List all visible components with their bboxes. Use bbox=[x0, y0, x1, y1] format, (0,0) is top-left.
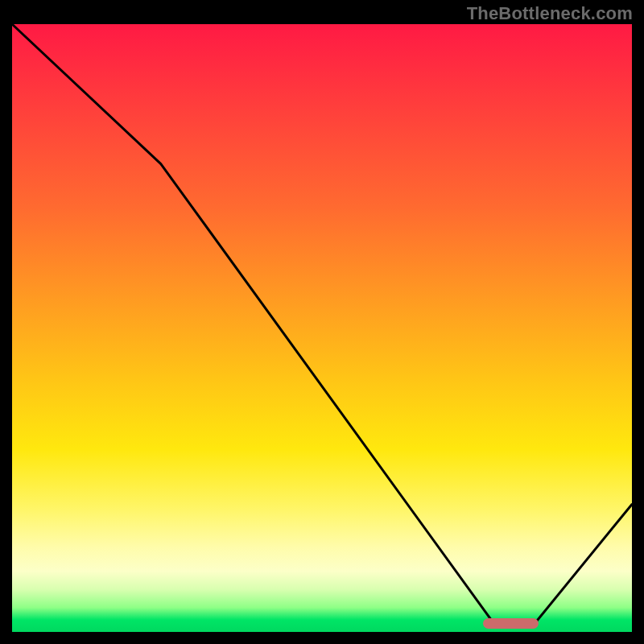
optimal-range-marker bbox=[483, 618, 539, 629]
bottleneck-curve bbox=[12, 24, 632, 632]
watermark-text: TheBottleneck.com bbox=[467, 3, 633, 24]
chart-stage: TheBottleneck.com bbox=[0, 0, 644, 644]
